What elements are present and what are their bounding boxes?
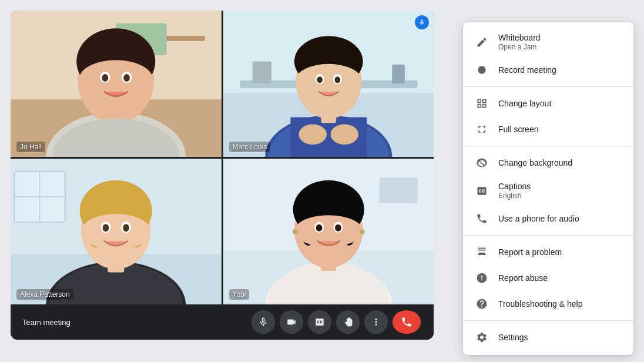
svg-point-63	[316, 224, 322, 231]
captions-sublabel: English	[498, 192, 531, 200]
menu-item-report-abuse[interactable]: Report abuse	[463, 265, 633, 291]
troubleshoot-label: Troubleshooting & help	[498, 299, 582, 309]
captions-button[interactable]	[308, 310, 331, 334]
svg-point-67	[478, 66, 485, 73]
settings-icon	[475, 330, 489, 344]
background-icon	[475, 156, 489, 170]
menu-item-captions[interactable]: Captions English	[463, 176, 633, 206]
layout-label: Change layout	[498, 99, 551, 108]
svg-point-31	[298, 124, 327, 145]
meeting-title: Team meeting	[22, 318, 71, 327]
video-panel: Jo Hall	[11, 11, 434, 340]
video-tile-2: Marc Louis	[223, 11, 434, 157]
hand-button[interactable]	[336, 310, 360, 334]
svg-point-13	[123, 74, 130, 82]
app-container: Jo Hall	[11, 11, 633, 351]
divider-1	[463, 86, 633, 87]
context-menu: Whiteboard Open a Jam Record meeting Cha…	[463, 22, 633, 355]
tile-4-name: Yobi	[229, 289, 250, 300]
svg-point-66	[360, 229, 365, 234]
report-icon	[475, 271, 489, 285]
menu-item-troubleshoot[interactable]: Troubleshooting & help	[463, 291, 633, 317]
record-icon	[475, 63, 489, 77]
whiteboard-content: Whiteboard Open a Jam	[498, 33, 541, 51]
camera-button[interactable]	[280, 310, 303, 334]
menu-item-fullscreen[interactable]: Full screen	[463, 116, 633, 142]
report-abuse-label: Report abuse	[498, 273, 548, 283]
captions-content: Captions English	[498, 182, 531, 200]
phone-icon	[475, 212, 489, 226]
phone-label: Use a phone for audio	[498, 214, 579, 223]
layout-content: Change layout	[498, 99, 551, 108]
divider-2	[463, 146, 633, 146]
divider-4	[463, 320, 633, 321]
phone-content: Use a phone for audio	[498, 214, 579, 223]
mic-button[interactable]	[251, 310, 275, 334]
flag-icon	[475, 245, 489, 259]
report-problem-label: Report a problem	[498, 247, 562, 257]
tile-2-name: Marc Louis	[229, 142, 271, 152]
background-content: Change background	[498, 158, 572, 167]
captions-label: Captions	[498, 182, 531, 191]
background-label: Change background	[498, 158, 572, 167]
toolbar: Team meeting	[11, 304, 434, 340]
menu-item-background[interactable]: Change background	[463, 150, 633, 176]
fullscreen-label: Full screen	[498, 125, 538, 134]
fullscreen-content: Full screen	[498, 125, 538, 134]
video-grid: Jo Hall	[11, 11, 434, 304]
tile-1-name: Jo Hall	[16, 142, 45, 152]
end-call-button[interactable]	[393, 310, 421, 334]
video-tile-3: Alexa Patterson	[11, 159, 222, 305]
menu-item-whiteboard[interactable]: Whiteboard Open a Jam	[463, 27, 633, 57]
svg-point-30	[334, 76, 340, 83]
svg-point-29	[317, 76, 323, 83]
menu-item-layout[interactable]: Change layout	[463, 90, 633, 116]
settings-content: Settings	[498, 333, 528, 342]
divider-3	[463, 235, 633, 236]
captions-icon	[475, 184, 489, 198]
pencil-icon	[475, 35, 489, 49]
svg-point-65	[292, 229, 297, 234]
svg-point-32	[330, 124, 358, 145]
settings-label: Settings	[498, 333, 528, 342]
svg-rect-19	[392, 65, 405, 83]
report-problem-content: Report a problem	[498, 247, 562, 257]
svg-rect-52	[379, 177, 417, 203]
troubleshoot-content: Troubleshooting & help	[498, 299, 582, 309]
menu-item-record[interactable]: Record meeting	[463, 57, 633, 83]
svg-point-49	[123, 224, 129, 232]
whiteboard-label: Whiteboard	[498, 33, 541, 42]
tile-2-mic	[415, 15, 429, 29]
menu-item-settings[interactable]: Settings	[463, 324, 633, 350]
whiteboard-sublabel: Open a Jam	[498, 43, 541, 51]
video-tile-1: Jo Hall	[11, 11, 222, 157]
layout-icon	[475, 96, 489, 110]
more-button[interactable]	[364, 310, 388, 334]
svg-point-64	[335, 224, 341, 231]
fullscreen-icon	[475, 122, 489, 136]
svg-point-12	[102, 74, 108, 82]
report-abuse-content: Report abuse	[498, 273, 548, 283]
svg-point-48	[103, 224, 109, 232]
tile-3-name: Alexa Patterson	[16, 289, 73, 300]
record-label: Record meeting	[498, 65, 556, 75]
menu-item-phone[interactable]: Use a phone for audio	[463, 206, 633, 232]
svg-rect-18	[252, 61, 271, 83]
menu-item-report-problem[interactable]: Report a problem	[463, 239, 633, 265]
help-icon	[475, 297, 489, 311]
video-tile-4: Yobi	[223, 159, 434, 305]
record-content: Record meeting	[498, 65, 556, 75]
